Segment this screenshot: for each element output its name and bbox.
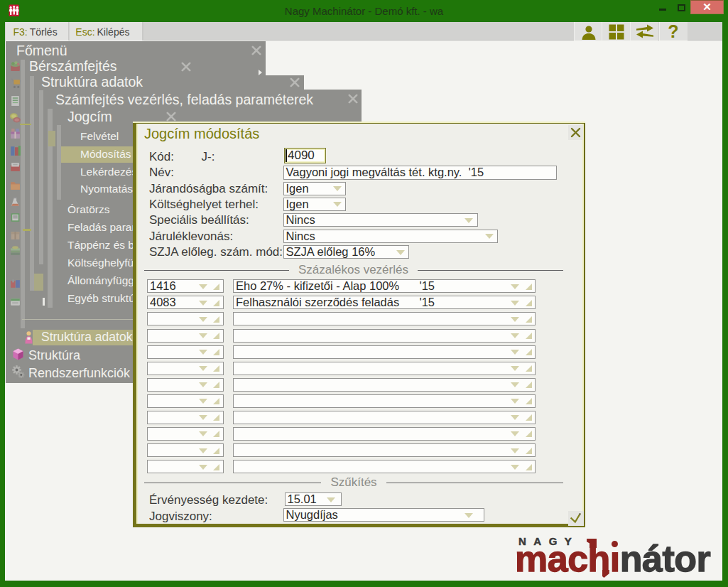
corner-arrow-icon[interactable] (526, 382, 532, 388)
corner-arrow-icon[interactable] (213, 300, 219, 306)
corner-arrow-icon[interactable] (526, 414, 532, 421)
dropdown-arrow-icon[interactable] (199, 317, 207, 322)
corner-arrow-icon[interactable] (526, 300, 532, 306)
fomenu-close-icon[interactable] (251, 45, 261, 55)
dropdown-arrow-icon[interactable] (511, 431, 519, 436)
corner-arrow-icon[interactable] (213, 382, 219, 388)
menu-item-struktúra[interactable]: Struktúra (28, 348, 80, 363)
percent-code-combo-3[interactable] (147, 329, 224, 343)
confirm-check-button[interactable] (568, 511, 584, 526)
jogviszony-combo[interactable]: Nyugdíjas (283, 508, 484, 522)
jogcim-close-icon[interactable] (166, 112, 176, 122)
percent-code-combo-5[interactable] (147, 362, 224, 375)
corner-arrow-icon[interactable] (526, 349, 532, 355)
corner-arrow-icon[interactable] (213, 333, 219, 339)
percent-code-combo-0[interactable]: 1416 (147, 279, 224, 293)
corner-arrow-icon[interactable] (526, 316, 532, 323)
dropdown-arrow-icon[interactable] (511, 284, 519, 289)
percent-code-combo-11[interactable] (147, 460, 224, 473)
percent-text-combo-3[interactable] (233, 329, 536, 343)
corner-arrow-icon[interactable] (526, 448, 532, 454)
corner-arrow-icon[interactable] (213, 414, 219, 421)
menu-item-felvétel[interactable]: Felvétel (80, 130, 119, 143)
dropdown-arrow-icon[interactable] (199, 350, 207, 355)
corner-arrow-icon[interactable] (213, 448, 219, 454)
nev-input[interactable]: Vagyoni jogi megváltás tét. ktg.ny. '15 (283, 166, 557, 180)
percent-text-combo-0[interactable]: Eho 27% - kifizetői - Alap 100%'15 (233, 279, 536, 293)
minimize-button[interactable] (659, 9, 666, 11)
ervenyesseg-combo[interactable]: 15.01 (285, 492, 342, 506)
help-button[interactable]: ? (659, 22, 688, 41)
dropdown-arrow-icon[interactable] (199, 465, 207, 470)
percent-text-combo-2[interactable] (233, 312, 536, 325)
percent-text-combo-11[interactable] (233, 460, 536, 473)
percent-code-combo-7[interactable] (147, 394, 224, 408)
percent-text-combo-4[interactable] (233, 345, 536, 359)
dropdown-arrow-icon[interactable] (511, 399, 519, 404)
dropdown-arrow-icon[interactable] (511, 382, 519, 387)
percent-text-combo-1[interactable]: Felhasználói szerződés feladás'15 (233, 296, 536, 309)
dropdown-arrow-icon[interactable] (199, 399, 207, 404)
maximize-button[interactable] (678, 4, 685, 11)
dropdown-arrow-icon[interactable] (199, 284, 207, 289)
percent-code-combo-8[interactable] (147, 411, 224, 424)
dropdown-arrow-icon[interactable] (511, 448, 519, 453)
corner-arrow-icon[interactable] (213, 431, 219, 437)
dropdown-arrow-icon[interactable] (511, 350, 519, 355)
corner-arrow-icon[interactable] (213, 365, 219, 372)
percent-text-combo-9[interactable] (233, 427, 536, 441)
dropdown-arrow-icon[interactable] (511, 465, 519, 470)
corner-arrow-icon[interactable] (213, 284, 219, 290)
toolbar-exit[interactable]: Esc:Kilépés (75, 22, 129, 41)
koltseghely-combo[interactable]: Igen (283, 198, 347, 211)
window-title-1[interactable]: Bérszámfejtés (29, 58, 117, 75)
percent-code-combo-2[interactable] (147, 312, 224, 325)
berszamfejtes-close-icon[interactable] (181, 62, 191, 72)
percent-code-combo-9[interactable] (147, 427, 224, 441)
corner-arrow-icon[interactable] (213, 316, 219, 323)
window-title-2[interactable]: Struktúra adatok (41, 74, 143, 90)
kod-input[interactable]: 4090 (284, 148, 326, 163)
percent-text-combo-8[interactable] (233, 411, 536, 424)
dropdown-arrow-icon[interactable] (333, 202, 342, 207)
dropdown-arrow-icon[interactable] (511, 301, 519, 306)
percent-code-combo-1[interactable]: 4083 (147, 296, 224, 309)
corner-arrow-icon[interactable] (213, 349, 219, 355)
corner-arrow-icon[interactable] (526, 464, 532, 470)
specialis-combo[interactable]: Nincs (283, 213, 478, 227)
dropdown-arrow-icon[interactable] (511, 317, 519, 322)
dropdown-arrow-icon[interactable] (327, 497, 335, 502)
menu-item-módosítás[interactable]: Módosítás (80, 148, 131, 161)
close-button[interactable]: ✕ (690, 0, 724, 14)
menu-item[interactable]: Óratörzs (67, 203, 109, 216)
dropdown-arrow-icon[interactable] (199, 366, 207, 371)
dropdown-arrow-icon[interactable] (199, 301, 207, 306)
corner-arrow-icon[interactable] (213, 464, 219, 470)
jarulek-combo[interactable]: Nincs (283, 230, 499, 243)
percent-text-combo-5[interactable] (233, 362, 536, 375)
dropdown-arrow-icon[interactable] (511, 366, 519, 371)
corner-arrow-icon[interactable] (526, 333, 532, 339)
corner-arrow-icon[interactable] (526, 365, 532, 372)
transfer-button[interactable] (630, 22, 658, 41)
dialog-close-button[interactable] (568, 125, 583, 140)
menu-item-lekérdezés[interactable]: Lekérdezés (80, 166, 137, 178)
dropdown-arrow-icon[interactable] (511, 333, 519, 338)
user-button[interactable] (574, 22, 602, 41)
corner-arrow-icon[interactable] (526, 431, 532, 437)
percent-code-combo-10[interactable] (147, 443, 224, 457)
dropdown-arrow-icon[interactable] (396, 250, 405, 255)
toolbar-delete[interactable]: F3:Törlés (13, 22, 58, 41)
menu-item-rendszerfunkciók[interactable]: Rendszerfunkciók (28, 366, 130, 381)
percent-code-combo-4[interactable] (147, 345, 224, 359)
dropdown-arrow-icon[interactable] (199, 382, 207, 387)
dropdown-arrow-icon[interactable] (199, 333, 207, 338)
corner-arrow-icon[interactable] (526, 284, 532, 290)
window-title-4[interactable]: Jogcím (67, 109, 112, 125)
percent-text-combo-7[interactable] (233, 394, 536, 408)
modules-button[interactable] (602, 22, 630, 41)
percent-code-combo-6[interactable] (147, 378, 224, 392)
corner-arrow-icon[interactable] (213, 398, 219, 404)
szja-combo[interactable]: SZJA előleg 16% (283, 245, 410, 259)
dropdown-arrow-icon[interactable] (485, 234, 494, 239)
